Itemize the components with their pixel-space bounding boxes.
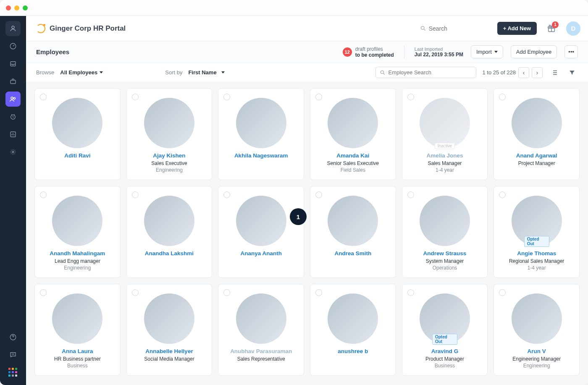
import-button[interactable]: Import — [471, 45, 503, 58]
more-actions-button[interactable]: ••• — [564, 45, 578, 58]
employee-photo — [52, 98, 102, 148]
global-search-input[interactable] — [429, 25, 483, 32]
employee-name: Aditi Ravi — [64, 152, 90, 159]
sidenav-chat-icon[interactable] — [5, 347, 21, 362]
employee-role: HR Business partner — [54, 356, 101, 362]
sidenav-apps-icon[interactable] — [5, 365, 21, 380]
employee-photo — [236, 293, 286, 344]
sidenav-clock-icon[interactable] — [5, 109, 21, 124]
employee-card[interactable]: Andrew StraussSystem ManagerOperations — [402, 186, 488, 278]
employee-name: Amelia Jones — [426, 152, 463, 159]
employee-card[interactable]: InactiveAmelia JonesSales Manager1-4 yea… — [402, 88, 488, 180]
gift-icon[interactable]: 1 — [547, 24, 556, 33]
select-checkbox[interactable] — [40, 289, 47, 296]
employee-search[interactable] — [375, 67, 476, 78]
last-imported: Last Imported Jul 22, 2019 3:55 PM — [415, 47, 463, 58]
employee-card[interactable]: Arun VEngineering ManagerEngineering — [494, 284, 580, 376]
employee-card[interactable]: Anand AgarwalProject Manager — [494, 88, 580, 180]
sidenav-logo-icon[interactable] — [5, 21, 21, 36]
view-list-icon[interactable] — [549, 67, 560, 79]
svg-point-4 — [11, 97, 13, 99]
employee-card[interactable]: Anna LauraHR Business partnerBusiness — [34, 284, 121, 376]
sidenav-briefcase-icon[interactable] — [5, 74, 21, 89]
employee-card[interactable]: Anandha Lakshmi — [126, 186, 213, 278]
employee-card[interactable]: Ananya Ananth — [218, 186, 304, 278]
global-search[interactable] — [420, 25, 491, 32]
select-checkbox[interactable] — [132, 191, 139, 198]
employee-card[interactable]: Opted OutAravind GProduct ManagerBusines… — [402, 284, 488, 376]
svg-rect-2 — [10, 62, 16, 66]
sidenav-settings-icon[interactable] — [5, 144, 21, 160]
svg-point-0 — [12, 26, 14, 29]
employee-search-input[interactable] — [388, 69, 472, 76]
sidenav-reports-icon[interactable] — [5, 127, 21, 142]
draft-profiles-notice[interactable]: 12 draft profiles to be completed — [343, 46, 394, 58]
draft-count-badge: 12 — [343, 47, 352, 57]
employee-card[interactable]: Anubhav ParasuramanSales Representative — [218, 284, 304, 376]
user-avatar[interactable]: D — [566, 21, 580, 36]
employee-card[interactable]: Amanda KaiSenior Sales ExecutiveField Sa… — [310, 88, 396, 180]
select-checkbox[interactable] — [499, 289, 506, 296]
employee-dept: Business — [435, 363, 455, 369]
select-checkbox[interactable] — [223, 94, 230, 100]
select-checkbox[interactable] — [407, 94, 414, 100]
svg-rect-3 — [10, 80, 16, 84]
add-employee-button[interactable]: Add Employee — [511, 45, 557, 58]
employee-photo — [420, 196, 470, 246]
employee-card[interactable]: Anandh MahalingamLead Engg managerEngine… — [34, 186, 121, 278]
employee-card[interactable]: Annabelle HellyerSocial Media Manager — [126, 284, 213, 376]
employee-card[interactable]: Andrea Smith — [310, 186, 396, 278]
select-checkbox[interactable] — [132, 94, 139, 100]
gift-badge: 1 — [552, 21, 559, 28]
select-checkbox[interactable] — [499, 94, 506, 100]
employee-dept: 1-4 year — [436, 167, 454, 173]
employee-name: Ananya Ananth — [240, 250, 282, 257]
page-prev-button[interactable]: ‹ — [518, 67, 529, 78]
employee-photo — [52, 196, 102, 246]
select-checkbox[interactable] — [315, 94, 322, 100]
select-checkbox[interactable] — [40, 94, 47, 100]
select-checkbox[interactable] — [132, 289, 139, 296]
employee-role: Project Manager — [518, 160, 555, 166]
employee-role: System Manager — [426, 258, 464, 264]
sidenav-help-icon[interactable] — [5, 330, 21, 345]
employee-dept: Field Sales — [341, 167, 365, 173]
browse-label: Browse — [36, 69, 54, 76]
employee-dept: Engineering — [64, 265, 91, 271]
page-title: Employees — [36, 48, 69, 55]
employee-card[interactable]: anushree b — [310, 284, 396, 376]
filter-icon[interactable] — [566, 67, 578, 79]
employee-name: Anna Laura — [62, 348, 93, 354]
sidenav-people-icon[interactable] — [5, 92, 21, 107]
sidenav-inbox-icon[interactable] — [5, 56, 21, 71]
select-checkbox[interactable] — [499, 191, 506, 198]
select-checkbox[interactable] — [315, 289, 322, 296]
employee-dept: Engineering — [156, 167, 183, 173]
select-checkbox[interactable] — [223, 191, 230, 198]
select-checkbox[interactable] — [40, 191, 47, 198]
traffic-light-minimize[interactable] — [14, 5, 19, 10]
employee-photo: Opted Out — [420, 293, 470, 344]
traffic-light-close[interactable] — [6, 5, 11, 10]
employee-name: Annabelle Hellyer — [145, 348, 193, 354]
employee-dept: Operations — [433, 265, 457, 271]
select-checkbox[interactable] — [223, 289, 230, 296]
sort-dropdown[interactable]: First Name — [188, 69, 224, 76]
add-new-button[interactable]: + Add New — [497, 22, 537, 35]
browse-dropdown[interactable]: All Employees — [60, 69, 103, 76]
employee-photo — [236, 196, 286, 246]
employee-card[interactable]: Ajay KishenSales ExecutiveEngineering — [126, 88, 213, 180]
employee-name: Aravind G — [431, 348, 459, 354]
sidenav-dashboard-icon[interactable] — [5, 39, 21, 54]
employee-card[interactable]: Akhila Nageswaram — [218, 88, 304, 180]
brand: Ginger Corp HR Portal — [36, 24, 126, 33]
select-checkbox[interactable] — [407, 191, 414, 198]
employee-card[interactable]: Opted OutAngie ThomasRegional Sales Mana… — [494, 186, 580, 278]
employee-photo — [512, 98, 562, 148]
select-checkbox[interactable] — [407, 289, 414, 296]
traffic-light-zoom[interactable] — [23, 5, 28, 10]
status-tag: Opted Out — [524, 236, 549, 247]
page-next-button[interactable]: › — [532, 67, 543, 78]
employee-card[interactable]: Aditi Ravi — [34, 88, 121, 180]
select-checkbox[interactable] — [315, 191, 322, 198]
